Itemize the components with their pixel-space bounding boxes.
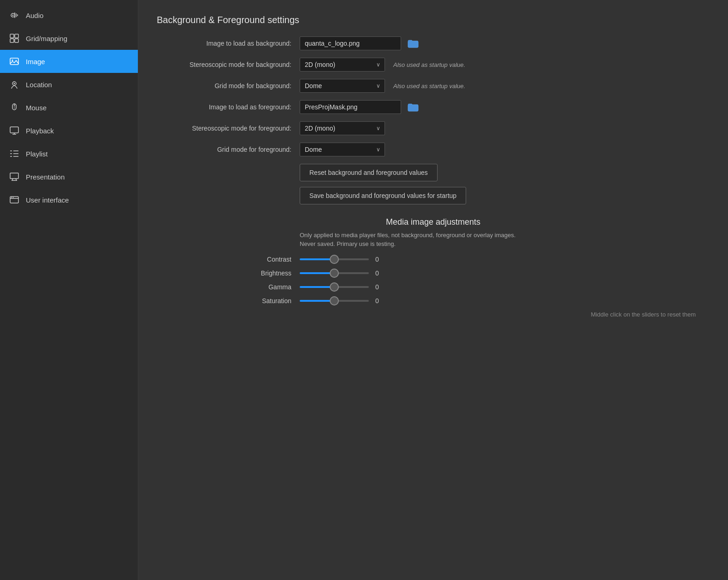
saturation-value: 0 — [375, 297, 385, 305]
svg-rect-5 — [10, 34, 14, 38]
fg-grid-select[interactable]: Dome Flat Cylinder Sphere — [300, 143, 385, 156]
sidebar-item-playlist-label: Playlist — [26, 150, 48, 158]
sidebar-item-audio-label: Audio — [26, 12, 43, 19]
section-title: Background & Foreground settings — [157, 15, 710, 25]
image-icon — [9, 56, 19, 66]
fg-image-input[interactable] — [300, 100, 401, 114]
fg-grid-label: Grid mode for foreground: — [157, 146, 300, 153]
bg-image-input[interactable] — [300, 36, 401, 50]
sidebar-item-image[interactable]: Image — [0, 50, 138, 73]
slider-hint: Middle click on the sliders to reset the… — [157, 311, 710, 318]
sidebar-item-ui-label: User interface — [26, 196, 69, 204]
gamma-row: Gamma 0 — [157, 283, 710, 291]
fg-stereo-select-wrapper: 2D (mono) Side by side Top/bottom — [300, 121, 385, 135]
bg-image-label: Image to load as background: — [157, 40, 300, 47]
fg-image-row: Image to load as foreground: — [157, 100, 710, 114]
sidebar-item-mouse-label: Mouse — [26, 104, 47, 112]
sidebar-item-playback-label: Playback — [26, 127, 54, 135]
svg-rect-34 — [408, 105, 418, 111]
bg-image-controls — [300, 36, 420, 50]
fg-grid-select-wrapper: Dome Flat Cylinder Sphere — [300, 143, 385, 156]
svg-rect-25 — [10, 173, 18, 179]
bg-stereo-select-wrapper: 2D (mono) Side by side Top/bottom — [300, 58, 385, 72]
svg-point-32 — [13, 197, 14, 198]
bg-stereo-label: Stereoscopic mode for background: — [157, 61, 300, 68]
sidebar-item-location-label: Location — [26, 81, 52, 89]
mouse-icon — [9, 102, 19, 113]
ui-icon — [9, 195, 19, 205]
svg-rect-7 — [10, 39, 14, 42]
fg-grid-row: Grid mode for foreground: Dome Flat Cyli… — [157, 143, 710, 156]
sidebar-item-presentation-label: Presentation — [26, 173, 65, 181]
sidebar: Audio Grid/mapping Image — [0, 0, 138, 580]
fg-stereo-select[interactable]: 2D (mono) Side by side Top/bottom — [300, 121, 385, 135]
gamma-slider[interactable] — [300, 286, 369, 288]
saturation-slider[interactable] — [300, 300, 369, 302]
svg-point-12 — [14, 83, 15, 84]
gamma-value: 0 — [375, 283, 385, 291]
bg-grid-startup-note: Also used as startup value. — [393, 83, 465, 90]
contrast-slider[interactable] — [300, 258, 369, 260]
svg-rect-16 — [10, 127, 18, 133]
media-adjustments-section: Media image adjustments Only applied to … — [157, 217, 710, 318]
contrast-value: 0 — [375, 256, 385, 263]
fg-image-folder-button[interactable] — [406, 102, 420, 113]
folder-icon — [408, 102, 419, 112]
reset-button[interactable]: Reset background and foreground values — [300, 164, 438, 181]
svg-rect-6 — [15, 34, 18, 38]
gamma-label: Gamma — [157, 283, 300, 291]
saturation-row: Saturation 0 — [157, 297, 710, 305]
svg-point-1 — [12, 15, 14, 16]
brightness-row: Brightness 0 — [157, 269, 710, 277]
fg-stereo-label: Stereoscopic mode for foreground: — [157, 125, 300, 132]
sidebar-item-image-label: Image — [26, 58, 45, 66]
playlist-icon — [9, 149, 19, 159]
audio-icon — [9, 10, 19, 20]
bg-grid-label: Grid mode for background: — [157, 82, 300, 90]
location-icon — [9, 79, 19, 90]
sidebar-item-grid-mapping[interactable]: Grid/mapping — [0, 27, 138, 50]
sidebar-item-playlist[interactable]: Playlist — [0, 142, 138, 165]
svg-rect-33 — [408, 41, 418, 48]
sidebar-item-mouse[interactable]: Mouse — [0, 96, 138, 119]
svg-point-15 — [14, 108, 15, 108]
bg-stereo-controls: 2D (mono) Side by side Top/bottom Also u… — [300, 58, 465, 72]
brightness-value: 0 — [375, 269, 385, 277]
sidebar-item-grid-mapping-label: Grid/mapping — [26, 35, 67, 42]
folder-icon — [408, 39, 419, 48]
svg-point-10 — [12, 60, 13, 61]
sidebar-item-audio[interactable]: Audio — [0, 4, 138, 27]
fg-stereo-row: Stereoscopic mode for foreground: 2D (mo… — [157, 121, 710, 135]
save-button[interactable]: Save background and foreground values fo… — [300, 187, 466, 204]
bg-grid-controls: Dome Flat Cylinder Sphere Also used as s… — [300, 79, 465, 93]
svg-rect-8 — [15, 39, 18, 42]
bg-grid-row: Grid mode for background: Dome Flat Cyli… — [157, 79, 710, 93]
sidebar-item-presentation[interactable]: Presentation — [0, 165, 138, 188]
sidebar-item-location[interactable]: Location — [0, 73, 138, 96]
bg-stereo-select[interactable]: 2D (mono) Side by side Top/bottom — [300, 58, 385, 72]
bg-image-row: Image to load as background: — [157, 36, 710, 50]
media-desc-1: Only applied to media player files, not … — [300, 232, 710, 239]
fg-image-controls — [300, 100, 420, 114]
media-section-title: Media image adjustments — [157, 217, 710, 227]
presentation-icon — [9, 172, 19, 182]
fg-grid-controls: Dome Flat Cylinder Sphere — [300, 143, 385, 156]
media-desc-2: Never saved. Primary use is testing. — [300, 240, 710, 247]
grid-icon — [9, 33, 19, 43]
fg-stereo-controls: 2D (mono) Side by side Top/bottom — [300, 121, 385, 135]
sidebar-item-user-interface[interactable]: User interface — [0, 188, 138, 211]
brightness-slider[interactable] — [300, 272, 369, 274]
bg-stereo-startup-note: Also used as startup value. — [393, 61, 465, 68]
svg-point-31 — [11, 197, 12, 198]
sidebar-item-playback[interactable]: Playback — [0, 119, 138, 142]
main-content: Background & Foreground settings Image t… — [138, 0, 728, 580]
bg-stereo-row: Stereoscopic mode for background: 2D (mo… — [157, 58, 710, 72]
playback-icon — [9, 126, 19, 136]
brightness-label: Brightness — [157, 269, 300, 277]
bg-grid-select[interactable]: Dome Flat Cylinder Sphere — [300, 79, 385, 93]
contrast-row: Contrast 0 — [157, 256, 710, 263]
contrast-label: Contrast — [157, 256, 300, 263]
bg-image-folder-button[interactable] — [406, 38, 420, 49]
saturation-label: Saturation — [157, 297, 300, 305]
fg-image-label: Image to load as foreground: — [157, 103, 300, 111]
